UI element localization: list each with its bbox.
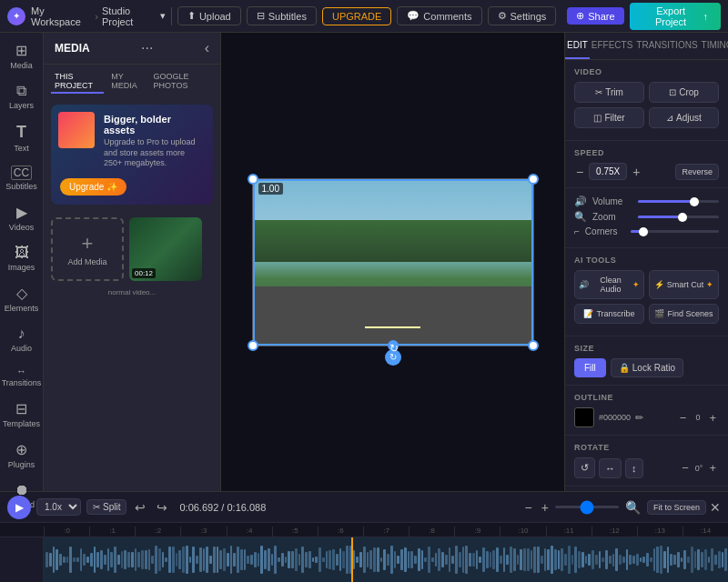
track-content[interactable] bbox=[44, 537, 728, 582]
tab-edit[interactable]: EDIT bbox=[565, 33, 590, 59]
more-options-icon[interactable]: ··· bbox=[141, 40, 153, 56]
adjust-button[interactable]: ⊿ Adjust bbox=[649, 107, 719, 128]
resize-handle-bottom-center[interactable]: ↻ bbox=[388, 340, 399, 351]
upsell-upgrade-button[interactable]: Upgrade ✨ bbox=[60, 178, 126, 196]
sidebar-item-media[interactable]: ⊞ Media bbox=[3, 36, 41, 75]
waveform-bar bbox=[599, 551, 602, 568]
workspace-link[interactable]: My Workspace bbox=[31, 5, 91, 27]
smart-cut-button[interactable]: ⚡ Smart Cut ✦ bbox=[649, 270, 719, 299]
speed-increase-button[interactable]: + bbox=[631, 165, 642, 179]
waveform-bar bbox=[247, 556, 249, 565]
fill-button[interactable]: Fill bbox=[574, 358, 606, 377]
sidebar-label-layers: Layers bbox=[9, 101, 34, 110]
waveform-bar bbox=[640, 557, 642, 563]
redo-button[interactable]: ↪ bbox=[154, 500, 170, 515]
zoom-icon-button[interactable]: 🔍 bbox=[622, 500, 643, 515]
volume-thumb[interactable] bbox=[690, 197, 699, 206]
waveform-bar bbox=[462, 547, 465, 573]
sidebar-item-layers[interactable]: ⧉ Layers bbox=[3, 77, 41, 115]
timeline-zoom-out-button[interactable]: − bbox=[522, 500, 535, 515]
canvas-frame[interactable]: ↻ 1.00 ↻ bbox=[252, 178, 534, 346]
sidebar-label-transitions: Transitions bbox=[2, 378, 42, 387]
edit-color-icon[interactable]: ✏ bbox=[635, 412, 643, 424]
zoom-thumb[interactable] bbox=[678, 213, 687, 222]
playhead[interactable] bbox=[351, 537, 353, 582]
media-thumbnail[interactable]: 00:12 bbox=[129, 217, 202, 281]
filter-button[interactable]: ◫ Filter bbox=[574, 107, 644, 128]
waveform-bar bbox=[656, 547, 659, 572]
waveform-bar bbox=[687, 557, 690, 562]
sidebar-item-images[interactable]: 🖼 Images bbox=[3, 239, 41, 277]
waveform-bar bbox=[172, 547, 175, 573]
road-line bbox=[365, 326, 421, 328]
lock-ratio-button[interactable]: 🔒 Lock Ratio bbox=[611, 358, 683, 377]
settings-button[interactable]: ⚙ Settings bbox=[488, 6, 557, 25]
share-button[interactable]: ⊕ Share bbox=[567, 7, 623, 25]
play-button[interactable]: ▶ bbox=[7, 496, 31, 519]
corners-thumb[interactable] bbox=[639, 227, 648, 236]
tab-google-photos[interactable]: GOOGLE PHOTOS bbox=[150, 70, 213, 94]
crop-button[interactable]: ⊡ Crop bbox=[649, 82, 719, 103]
rotate-ccw-button[interactable]: ↺ bbox=[574, 457, 595, 478]
flip-horizontal-button[interactable]: ↔ bbox=[599, 458, 622, 478]
undo-button[interactable]: ↩ bbox=[132, 500, 148, 515]
resize-handle-bottom-right[interactable] bbox=[528, 340, 539, 351]
reverse-button[interactable]: Reverse bbox=[675, 164, 719, 180]
transcribe-button[interactable]: 📝 Transcribe bbox=[574, 304, 644, 324]
comments-button[interactable]: 💬 Comments bbox=[397, 6, 481, 25]
close-timeline-button[interactable]: ✕ bbox=[710, 500, 721, 515]
waveform-bar bbox=[551, 546, 553, 574]
tab-my-media[interactable]: MY MEDIA bbox=[107, 70, 146, 94]
timeline-zoom-in-button[interactable]: + bbox=[539, 500, 551, 515]
upload-button[interactable]: ⬆ Upload bbox=[177, 6, 241, 25]
tab-transitions[interactable]: TRANSITIONS bbox=[634, 33, 699, 59]
outline-color-swatch[interactable] bbox=[574, 407, 594, 427]
resize-handle-top-left[interactable] bbox=[248, 174, 258, 185]
speed-decrease-button[interactable]: − bbox=[574, 165, 585, 179]
fit-to-screen-button[interactable]: Fit to Screen bbox=[647, 500, 706, 515]
upgrade-button[interactable]: UPGRADE bbox=[322, 7, 391, 25]
sidebar-item-transitions[interactable]: ↔ Transitions bbox=[3, 360, 41, 393]
volume-slider[interactable] bbox=[638, 200, 719, 203]
sidebar-item-text[interactable]: T Text bbox=[3, 117, 41, 158]
project-link[interactable]: Studio Project ▾ bbox=[102, 5, 166, 27]
waveform-bar bbox=[151, 556, 154, 564]
waveform-bar bbox=[213, 547, 216, 573]
tab-this-project[interactable]: THIS PROJECT bbox=[51, 70, 104, 94]
zoom-slider[interactable] bbox=[638, 216, 719, 218]
tab-timing[interactable]: TIMING bbox=[700, 33, 728, 59]
rotate-increase-button[interactable]: + bbox=[706, 461, 719, 475]
clean-audio-button[interactable]: 🔊 Clean Audio ✦ bbox=[574, 270, 644, 299]
sidebar-item-videos[interactable]: ▶ Videos bbox=[3, 198, 41, 237]
waveform-bar bbox=[626, 549, 629, 570]
playback-speed-select[interactable]: 1.0x bbox=[36, 498, 81, 516]
close-media-panel-icon[interactable]: ‹ bbox=[205, 40, 209, 56]
outline-increase-button[interactable]: + bbox=[706, 411, 719, 425]
subtitles-button[interactable]: ⊟ Subtitles bbox=[247, 6, 317, 25]
add-media-button[interactable]: + Add Media bbox=[51, 217, 124, 281]
outline-decrease-button[interactable]: − bbox=[677, 411, 690, 425]
corners-slider[interactable] bbox=[631, 230, 719, 233]
zoom-range-input[interactable] bbox=[555, 506, 619, 508]
waveform-bar bbox=[724, 548, 727, 570]
split-button[interactable]: ✂ Split bbox=[86, 499, 126, 515]
sidebar-item-audio[interactable]: ♪ Audio bbox=[3, 320, 41, 358]
export-button[interactable]: Export Project ↑ bbox=[630, 3, 721, 30]
sidebar-item-plugins[interactable]: ⊕ Plugins bbox=[3, 436, 41, 475]
waveform-bar bbox=[312, 557, 315, 563]
sidebar-item-subtitles[interactable]: CC Subtitles bbox=[3, 160, 41, 196]
rotate-decrease-button[interactable]: − bbox=[679, 461, 692, 475]
waveform-bar bbox=[568, 546, 571, 574]
resize-handle-bottom-left[interactable] bbox=[248, 340, 258, 351]
trim-button[interactable]: ✂ Trim bbox=[574, 82, 644, 103]
tab-effects[interactable]: EFFECTS bbox=[590, 33, 635, 59]
waveform-bar bbox=[673, 555, 676, 565]
sidebar-item-templates[interactable]: ⊟ Templates bbox=[3, 395, 41, 434]
flip-vertical-button[interactable]: ↕ bbox=[625, 458, 643, 478]
resize-handle-top-right[interactable] bbox=[528, 174, 539, 185]
waveform-bar bbox=[438, 548, 440, 571]
find-scenes-button[interactable]: 🎬 Find Scenes bbox=[649, 304, 719, 324]
sidebar-label-videos: Videos bbox=[9, 223, 34, 232]
sidebar-item-elements[interactable]: ◇ Elements bbox=[3, 279, 41, 318]
waveform-bar bbox=[506, 555, 509, 566]
